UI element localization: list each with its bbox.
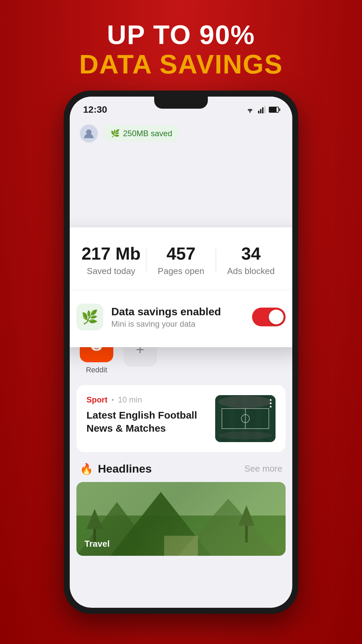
svg-rect-4: [264, 106, 265, 113]
phone-screen: 12:30: [70, 97, 292, 608]
fire-icon: 🔥: [80, 463, 93, 475]
football-field-svg: [215, 395, 276, 442]
stat-pages-open: 457 Pages open: [146, 244, 216, 276]
news-image: [215, 395, 276, 442]
wifi-icon: [245, 106, 255, 113]
data-savings-row: 🌿 Data savings enabled Mini is saving yo…: [76, 304, 286, 330]
headlines-title: Headlines: [98, 462, 152, 475]
data-saved-text: 250MB saved: [123, 129, 172, 138]
stat-ads-label: Ads blocked: [216, 266, 286, 276]
savings-icon-bg: 🌿: [76, 304, 103, 330]
stats-row: 217 Mb Saved today 457 Pages open 34 Ads…: [76, 244, 286, 276]
dot2: [270, 402, 272, 404]
stat-saved-today: 217 Mb Saved today: [76, 244, 146, 276]
headline-line1: UP TO 90%: [0, 20, 362, 50]
status-time: 12:30: [83, 104, 107, 115]
stat-pages-label: Pages open: [146, 266, 216, 276]
headlines-section: 🔥 Headlines See more: [70, 455, 292, 556]
dot1: [270, 399, 272, 401]
avatar-icon: [83, 127, 95, 140]
stat-saved-label: Saved today: [76, 266, 146, 276]
avatar[interactable]: [80, 124, 98, 143]
news-category: Sport: [86, 395, 108, 405]
svg-point-0: [250, 112, 251, 113]
svg-point-22: [219, 396, 272, 408]
savings-text: Data savings enabled Mini is saving your…: [111, 306, 244, 329]
news-item: Sport • 10 min Latest English Football N…: [86, 395, 276, 442]
svg-rect-25: [76, 482, 286, 516]
battery-icon: [269, 107, 279, 113]
travel-label: Travel: [84, 539, 110, 549]
browser-topbar: 🌿 250MB saved: [70, 120, 292, 147]
data-savings-toggle[interactable]: [252, 308, 286, 326]
savings-speed-icon: 🌿: [81, 309, 98, 325]
stats-card: 217 Mb Saved today 457 Pages open 34 Ads…: [70, 227, 292, 347]
shortcut-reddit-label: Reddit: [86, 366, 107, 374]
news-category-row: Sport • 10 min: [86, 395, 208, 405]
news-text: Sport • 10 min Latest English Football N…: [86, 395, 208, 435]
headline-section: UP TO 90% DATA SAVINGS: [0, 20, 362, 79]
news-time: 10 min: [118, 395, 142, 405]
news-dot: •: [112, 396, 114, 404]
svg-point-23: [219, 431, 272, 439]
svg-rect-2: [260, 109, 261, 113]
headlines-header: 🔥 Headlines See more: [70, 455, 292, 482]
stat-pages-value: 457: [146, 244, 216, 263]
headline-line2: DATA SAVINGS: [0, 50, 362, 79]
svg-rect-32: [245, 526, 248, 542]
headlines-image[interactable]: Travel: [76, 482, 286, 556]
status-icons: [245, 106, 279, 113]
stat-ads-blocked: 34 Ads blocked: [216, 244, 286, 276]
dot3: [270, 406, 272, 408]
phone-notch: [154, 97, 208, 109]
svg-rect-1: [258, 111, 259, 113]
signal-icon: [258, 106, 265, 113]
three-dots-menu[interactable]: [270, 399, 272, 408]
toggle-knob: [269, 310, 284, 324]
savings-title: Data savings enabled: [111, 306, 244, 318]
savings-subtitle: Mini is saving your data: [111, 319, 244, 329]
see-more-link[interactable]: See more: [244, 464, 282, 474]
leaf-icon: 🌿: [111, 129, 120, 138]
data-saved-badge: 🌿 250MB saved: [103, 125, 180, 142]
svg-rect-3: [262, 107, 263, 113]
stat-saved-value: 217 Mb: [76, 244, 146, 263]
news-title: Latest English Football News & Matches: [86, 409, 208, 435]
phone-wrapper: 12:30: [64, 91, 298, 614]
svg-rect-29: [164, 536, 198, 556]
headlines-title-group: 🔥 Headlines: [80, 462, 152, 475]
card-divider: [70, 290, 292, 290]
news-section[interactable]: Sport • 10 min Latest English Football N…: [76, 385, 286, 452]
stat-ads-value: 34: [216, 244, 286, 263]
